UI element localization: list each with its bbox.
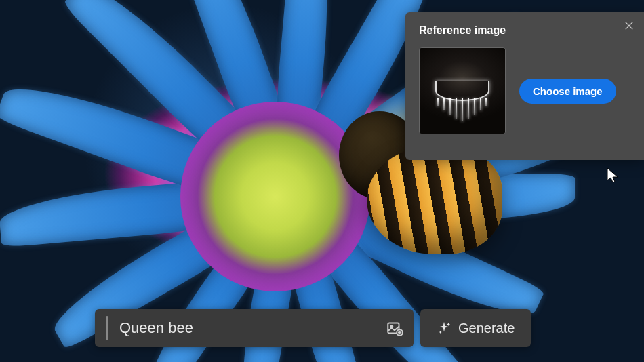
reference-image-panel: Reference image <box>405 12 644 160</box>
choose-image-button[interactable]: Choose image <box>519 79 616 104</box>
image-add-icon[interactable] <box>385 319 404 338</box>
generate-label: Generate <box>458 321 515 336</box>
generative-fill-bar: Generate <box>95 309 531 347</box>
panel-title: Reference image <box>419 24 630 37</box>
close-icon[interactable] <box>621 18 637 34</box>
reference-thumbnail[interactable] <box>419 47 506 134</box>
sparkle-icon <box>437 321 451 336</box>
drag-handle-icon[interactable] <box>106 316 108 340</box>
prompt-input[interactable] <box>119 319 385 337</box>
necklace-thumbnail-image <box>420 48 505 134</box>
prompt-input-container[interactable] <box>95 309 414 347</box>
generate-button[interactable]: Generate <box>420 309 531 347</box>
